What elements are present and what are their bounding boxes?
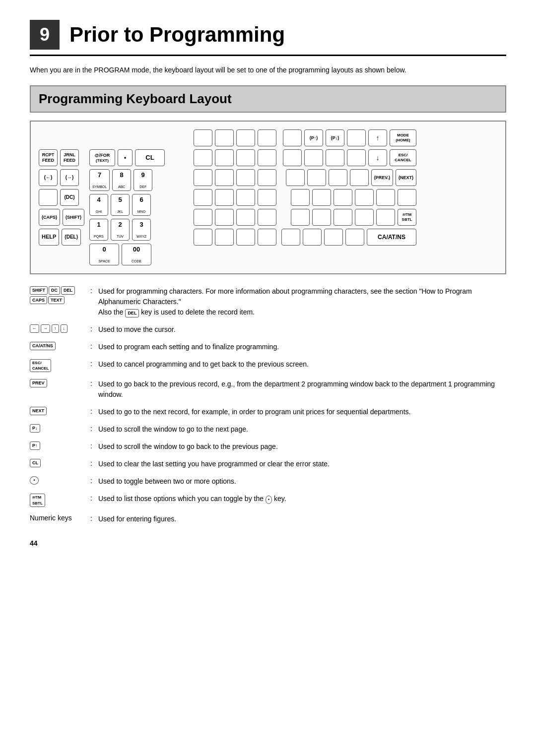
key-2[interactable]: 2TUV	[111, 219, 130, 241]
blank-key	[345, 229, 364, 246]
desc-key-dc: DC	[49, 286, 60, 295]
key-4[interactable]: 4GHI	[89, 194, 108, 216]
desc-row-6: NEXT : Used to go to the next record, fo…	[30, 407, 506, 417]
desc-text-2: Used to move the cursor.	[98, 324, 506, 335]
blank-key	[215, 129, 234, 146]
key-jrnl-feed[interactable]: JRNLFEED	[60, 149, 79, 166]
blank-key	[291, 189, 310, 206]
key-1[interactable]: 1PQRS	[89, 219, 108, 241]
blank-key	[291, 209, 310, 226]
blank-key	[286, 169, 305, 186]
key-8[interactable]: 8ABC	[112, 169, 131, 191]
desc-key-area-12: Numeric keys	[30, 514, 84, 522]
key-dot[interactable]: •	[118, 149, 133, 166]
desc-key-cursor-right: →	[41, 324, 50, 333]
key-p-down[interactable]: (P↓)	[326, 129, 344, 146]
key-prev[interactable]: (PREV.)	[371, 169, 393, 186]
key-up-arrow[interactable]: ↑	[368, 129, 387, 146]
key-at-for[interactable]: @/FOR(TEXT)	[89, 149, 115, 166]
blank-key	[194, 209, 212, 226]
desc-key-area-11: #/TMSBTL	[30, 494, 84, 506]
desc-text-10: Used to toggle between two or more optio…	[98, 476, 506, 487]
blank-key	[347, 149, 366, 166]
blank-key	[258, 229, 276, 246]
key-ca-at-ns[interactable]: CA/AT/NS	[367, 229, 416, 246]
chapter-header: 9 Prior to Programming	[30, 20, 506, 56]
key-right-arrow[interactable]: (→)	[60, 169, 79, 186]
blank-key	[194, 189, 212, 206]
desc-text-8: Used to scroll the window to go back to …	[98, 441, 506, 452]
desc-colon-10: :	[90, 477, 92, 485]
blank-key	[258, 129, 276, 146]
key-shift[interactable]: (SHIFT)	[63, 209, 84, 226]
blank-key	[347, 129, 366, 146]
key-hashtm-sbtl[interactable]: #/TMSBTL	[398, 209, 416, 226]
desc-key-area-1: SHIFT DC DEL CAPS TEXT	[30, 286, 84, 304]
blank-key	[355, 209, 374, 226]
desc-key-area-4: ESC/CANCEL	[30, 359, 84, 372]
desc-row-1: SHIFT DC DEL CAPS TEXT : Used for progra…	[30, 286, 506, 317]
blank-key	[258, 189, 276, 206]
key-6[interactable]: 6MNO	[132, 194, 151, 216]
desc-colon-1: :	[90, 287, 92, 295]
desc-text-11: Used to list those options which you can…	[98, 494, 506, 504]
key-9[interactable]: 9DEF	[134, 169, 152, 191]
chapter-number: 9	[30, 20, 60, 50]
key-next[interactable]: (NEXT)	[396, 169, 416, 186]
blank-key	[215, 209, 234, 226]
desc-colon-9: :	[90, 459, 92, 467]
page-number: 44	[30, 539, 506, 547]
blank-key	[236, 189, 255, 206]
blank-key	[236, 129, 255, 146]
desc-colon-8: :	[90, 442, 92, 450]
key-3[interactable]: 3WXYZ	[132, 219, 151, 241]
key-blank-1	[39, 189, 58, 206]
desc-key-prev: PREV	[30, 379, 47, 387]
desc-colon-3: :	[90, 342, 92, 350]
key-left-arrow[interactable]: (←)	[39, 169, 58, 186]
desc-key-caps: CAPS	[30, 296, 47, 305]
desc-row-11: #/TMSBTL : Used to list those options wh…	[30, 494, 506, 506]
blank-key	[258, 149, 276, 166]
blank-key	[194, 169, 212, 186]
key-del[interactable]: (DEL)	[62, 229, 81, 246]
blank-key	[258, 209, 276, 226]
key-cl[interactable]: CL	[135, 149, 165, 166]
desc-row-2: ← → ↑ ↓ : Used to move the cursor.	[30, 324, 506, 335]
key-mode-home[interactable]: MODE(HOME)	[390, 129, 416, 146]
key-p-up[interactable]: (P↑)	[304, 129, 323, 146]
desc-key-dot: •	[30, 476, 39, 485]
key-00[interactable]: 00CODE	[122, 244, 151, 265]
desc-text-9: Used to clear the last setting you have …	[98, 459, 506, 469]
key-7[interactable]: 7SYMBOL	[89, 169, 110, 191]
desc-colon-2: :	[90, 325, 92, 333]
key-esc-cancel[interactable]: ESC/CANCEL	[390, 149, 416, 166]
desc-key-cursor-down: ↓	[61, 324, 68, 333]
desc-key-ca-at-ns: CA/AT/NS	[30, 342, 56, 350]
key-down-arrow[interactable]: ↓	[368, 149, 387, 166]
desc-key-del: DEL	[61, 286, 75, 295]
desc-row-4: ESC/CANCEL : Used to cancel programming …	[30, 359, 506, 372]
blank-key	[236, 149, 255, 166]
key-0[interactable]: 0SPACE	[89, 244, 119, 265]
key-caps[interactable]: (CAPS)	[39, 209, 60, 226]
desc-row-12: Numeric keys : Used for entering figures…	[30, 514, 506, 524]
blank-key	[326, 149, 344, 166]
blank-key	[329, 169, 347, 186]
key-help[interactable]: HELP	[39, 229, 59, 246]
blank-key	[215, 189, 234, 206]
key-dc[interactable]: (DC)	[60, 189, 79, 206]
blank-key	[283, 129, 302, 146]
desc-colon-5: :	[90, 379, 92, 387]
desc-row-10: • : Used to toggle between two or more o…	[30, 476, 506, 487]
desc-key-shift: SHIFT	[30, 286, 48, 295]
desc-colon-7: :	[90, 425, 92, 433]
blank-key	[194, 149, 212, 166]
chapter-title: Prior to Programming	[69, 23, 285, 47]
key-rcpt-feed[interactable]: RCPTFEED	[39, 149, 58, 166]
desc-key-area-6: NEXT	[30, 407, 84, 415]
key-5[interactable]: 5JKL	[111, 194, 130, 216]
desc-key-pu: P↑	[30, 441, 40, 450]
desc-text-12: Used for entering figures.	[98, 514, 506, 524]
blank-key	[236, 169, 255, 186]
